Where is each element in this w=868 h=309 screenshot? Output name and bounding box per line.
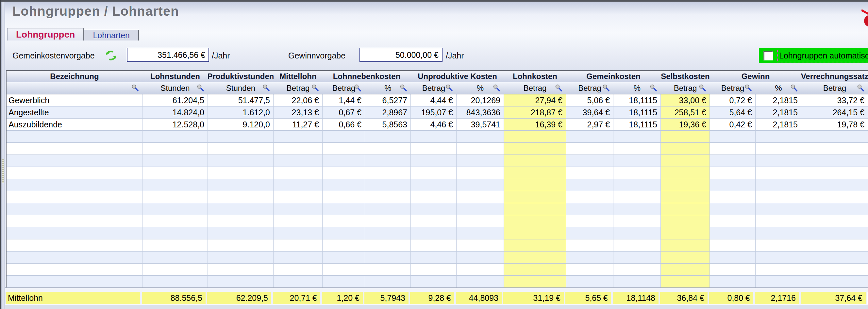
column-subheader: Stunden xyxy=(208,82,274,94)
value-cell[interactable]: 2,1815 xyxy=(755,118,801,131)
magnifier-icon[interactable] xyxy=(650,84,657,92)
value-cell[interactable]: 0,42 € xyxy=(710,118,755,131)
value-cell[interactable]: 22,06 € xyxy=(274,94,322,106)
value-cell[interactable]: 16,39 € xyxy=(504,118,566,131)
value-cell xyxy=(613,203,661,215)
splitter-grip-icon[interactable] xyxy=(2,159,4,183)
value-cell xyxy=(457,191,504,203)
value-cell[interactable]: 9.120,0 xyxy=(208,118,274,131)
row-label-cell xyxy=(6,191,143,203)
profit-value-input[interactable] xyxy=(360,48,442,62)
value-cell xyxy=(457,239,504,251)
value-cell xyxy=(208,239,274,251)
magnifier-icon[interactable] xyxy=(744,84,752,92)
value-cell[interactable]: 12.528,0 xyxy=(143,118,208,131)
value-cell[interactable]: 14.824,0 xyxy=(143,106,208,118)
overhead-value-input[interactable] xyxy=(127,48,209,62)
value-cell[interactable]: 19,78 € xyxy=(801,118,868,131)
magnifier-icon[interactable] xyxy=(400,84,407,92)
subheader-label: % xyxy=(634,83,641,93)
value-cell[interactable]: 2,1815 xyxy=(755,94,801,106)
column-subheader-row: StundenStundenBetragBetrag%Betrag%Betrag… xyxy=(6,82,868,94)
value-cell xyxy=(801,239,868,251)
value-cell[interactable]: 218,87 € xyxy=(504,106,566,118)
magnifier-icon[interactable] xyxy=(602,84,610,92)
column-subheader: % xyxy=(365,82,411,94)
value-cell[interactable]: 23,13 € xyxy=(274,106,322,118)
magnifier-icon[interactable] xyxy=(555,84,563,92)
value-cell xyxy=(566,191,613,203)
value-cell xyxy=(274,239,322,251)
value-cell[interactable]: 1,44 € xyxy=(322,94,365,106)
value-cell[interactable]: 61.204,5 xyxy=(143,94,208,106)
value-cell[interactable]: 1.612,0 xyxy=(208,106,274,118)
value-cell[interactable]: 5,06 € xyxy=(566,94,613,106)
value-cell xyxy=(274,167,322,179)
magnifier-icon[interactable] xyxy=(445,84,453,92)
value-cell[interactable]: 0,66 € xyxy=(322,118,365,131)
value-cell[interactable]: 264,15 € xyxy=(801,106,868,118)
summary-value-cell: 9,28 € xyxy=(410,292,456,304)
value-cell[interactable]: 18,1115 xyxy=(613,94,661,106)
magnifier-icon[interactable] xyxy=(699,84,707,92)
value-cell xyxy=(365,155,411,167)
row-label-cell xyxy=(6,179,143,191)
auto-wage-groups-label[interactable]: Lohngruppen automatisch a xyxy=(777,49,868,62)
value-cell[interactable]: 0,72 € xyxy=(710,94,755,106)
magnifier-icon[interactable] xyxy=(493,84,501,92)
magnifier-icon[interactable] xyxy=(354,84,362,92)
value-cell[interactable]: 33,00 € xyxy=(661,94,710,106)
value-cell xyxy=(322,239,365,251)
value-cell[interactable]: 843,3636 xyxy=(457,106,504,118)
value-cell[interactable]: 39,5741 xyxy=(457,118,504,131)
help-icon[interactable] xyxy=(862,8,868,28)
value-cell xyxy=(566,251,613,264)
value-cell xyxy=(613,239,661,251)
magnifier-icon[interactable] xyxy=(197,84,205,92)
value-cell[interactable]: 11,27 € xyxy=(274,118,322,131)
value-cell[interactable]: 2,97 € xyxy=(566,118,613,131)
column-group-header: Lohnstunden xyxy=(143,71,208,82)
value-cell[interactable]: 2,8967 xyxy=(365,106,411,118)
refresh-icon[interactable] xyxy=(104,48,118,63)
value-cell[interactable]: 4,44 € xyxy=(411,94,457,106)
value-cell xyxy=(143,227,208,239)
magnifier-icon[interactable] xyxy=(131,84,139,92)
value-cell[interactable]: 2,1815 xyxy=(755,106,801,118)
value-cell[interactable]: 18,1115 xyxy=(613,106,661,118)
value-cell xyxy=(322,131,365,143)
value-cell[interactable]: 51.477,5 xyxy=(208,94,274,106)
row-label-cell[interactable]: Angestellte xyxy=(6,106,143,118)
value-cell[interactable]: 27,94 € xyxy=(504,94,566,106)
summary-grid: Mittellohn88.556,562.209,520,71 €1,20 €5… xyxy=(6,292,868,304)
value-cell xyxy=(661,191,710,203)
magnifier-icon[interactable] xyxy=(857,84,865,92)
value-cell[interactable]: 5,8563 xyxy=(365,118,411,131)
column-group-header: Selbstkosten xyxy=(661,71,710,82)
value-cell xyxy=(801,155,868,167)
value-cell[interactable]: 39,64 € xyxy=(566,106,613,118)
value-cell[interactable]: 195,07 € xyxy=(411,106,457,118)
row-label-cell[interactable]: Auszubildende xyxy=(6,118,143,131)
value-cell xyxy=(504,227,566,239)
value-cell xyxy=(755,215,801,227)
value-cell[interactable]: 0,67 € xyxy=(322,106,365,118)
value-cell[interactable]: 6,5277 xyxy=(365,94,411,106)
magnifier-icon[interactable] xyxy=(790,84,798,92)
magnifier-icon[interactable] xyxy=(262,84,270,92)
row-label-cell[interactable]: Gewerblich xyxy=(6,94,143,106)
value-cell[interactable]: 33,72 € xyxy=(801,94,868,106)
value-cell[interactable]: 5,64 € xyxy=(710,106,755,118)
magnifier-icon[interactable] xyxy=(311,84,319,92)
subheader-label: Betrag xyxy=(578,83,601,93)
left-splitter-rail[interactable] xyxy=(1,2,5,309)
value-cell[interactable]: 19,36 € xyxy=(661,118,710,131)
value-cell xyxy=(208,155,274,167)
auto-wage-groups-checkbox[interactable] xyxy=(764,50,773,61)
value-cell[interactable]: 258,51 € xyxy=(661,106,710,118)
value-cell[interactable]: 20,1269 xyxy=(457,94,504,106)
value-cell[interactable]: 4,46 € xyxy=(411,118,457,131)
tab-lohngruppen[interactable]: Lohngruppen xyxy=(7,28,84,40)
value-cell[interactable]: 18,1115 xyxy=(613,118,661,131)
tab-lohnarten[interactable]: Lohnarten xyxy=(84,30,139,40)
